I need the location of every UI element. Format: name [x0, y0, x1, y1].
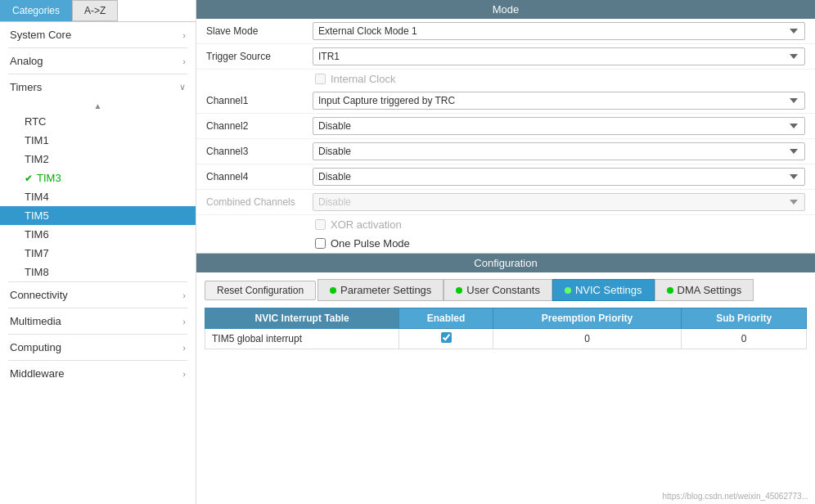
- internal-clock-checkbox[interactable]: [315, 74, 326, 84]
- channel2-select[interactable]: Disable: [313, 117, 805, 135]
- chevron-right-icon: ›: [182, 30, 186, 40]
- channel1-control: Input Capture triggered by TRC: [313, 92, 805, 110]
- sidebar-item-rtc[interactable]: RTC: [0, 112, 196, 131]
- internal-clock-label: Internal Clock: [331, 73, 395, 85]
- nvic-preemption-cell: 0: [493, 329, 682, 349]
- channel4-select[interactable]: Disable: [313, 168, 805, 186]
- sidebar-item-tim2[interactable]: TIM2: [0, 150, 196, 169]
- tab-a-z[interactable]: A->Z: [72, 0, 118, 21]
- channel1-label: Channel1: [206, 95, 313, 106]
- sidebar-item-tim8[interactable]: TIM8: [0, 263, 196, 281]
- dot-icon: [330, 287, 336, 294]
- channel4-control: Disable: [313, 168, 805, 186]
- sidebar: Categories A->Z System Core › Analog › T…: [0, 0, 196, 504]
- combined-channels-select[interactable]: Disable: [313, 193, 805, 211]
- combined-channels-label: Combined Channels: [206, 196, 313, 208]
- watermark: https://blog.csdn.net/weixin_45062773...: [663, 492, 808, 501]
- sidebar-tab-bar: Categories A->Z: [0, 0, 196, 22]
- reset-configuration-button[interactable]: Reset Configuration: [205, 281, 316, 300]
- scroll-up-arrow[interactable]: ▲: [0, 100, 196, 112]
- chevron-right-icon: ›: [182, 56, 186, 66]
- channel2-label: Channel2: [206, 120, 313, 132]
- internal-clock-row: Internal Clock: [196, 70, 815, 88]
- timers-submenu: ▲ RTC TIM1 TIM2 ✔ TIM3 TIM4 TIM5 TIM6 TI…: [0, 100, 196, 281]
- channel1-row: Channel1 Input Capture triggered by TRC: [196, 88, 815, 114]
- channel3-select[interactable]: Disable: [313, 142, 805, 160]
- chevron-right-icon: ›: [182, 317, 186, 326]
- tab-user-constants[interactable]: User Constants: [444, 279, 552, 301]
- config-section: Configuration Reset Configuration Parame…: [196, 254, 815, 504]
- slave-mode-row: Slave Mode External Clock Mode 1: [196, 19, 815, 44]
- xor-checkbox[interactable]: [315, 219, 326, 230]
- col-header-sub: Sub Priority: [682, 308, 807, 329]
- sidebar-item-tim7[interactable]: TIM7: [0, 244, 196, 263]
- config-buttons-bar: Reset Configuration Parameter Settings U…: [196, 272, 815, 308]
- sidebar-item-tim5[interactable]: TIM5: [0, 206, 196, 225]
- col-header-nvic: NVIC Interrupt Table: [205, 308, 399, 329]
- channel4-row: Channel4 Disable: [196, 164, 815, 190]
- sidebar-item-middleware[interactable]: Middleware ›: [0, 361, 196, 386]
- slave-mode-label: Slave Mode: [206, 25, 313, 37]
- channel3-control: Disable: [313, 142, 805, 160]
- config-tab-bar: Parameter Settings User Constants NVIC S…: [317, 279, 754, 301]
- mode-section: Mode Slave Mode External Clock Mode 1 Tr…: [196, 0, 815, 254]
- trigger-source-label: Trigger Source: [206, 51, 313, 62]
- channel2-control: Disable: [313, 117, 805, 135]
- dot-icon: [565, 287, 571, 294]
- tab-categories[interactable]: Categories: [0, 0, 72, 21]
- check-icon: ✔: [25, 173, 33, 184]
- chevron-right-icon: ›: [182, 290, 186, 300]
- tab-dma-settings[interactable]: DMA Settings: [655, 279, 754, 301]
- one-pulse-label: One Pulse Mode: [331, 237, 410, 250]
- sidebar-item-connectivity[interactable]: Connectivity ›: [0, 282, 196, 308]
- xor-label: XOR activation: [331, 218, 402, 231]
- dot-icon: [456, 287, 462, 294]
- nvic-interrupt-name: TIM5 global interrupt: [205, 329, 399, 349]
- channel3-label: Channel3: [206, 146, 313, 157]
- one-pulse-row: One Pulse Mode: [196, 234, 815, 253]
- trigger-source-control: ITR1: [313, 47, 805, 65]
- sidebar-item-timers[interactable]: Timers ∨: [0, 74, 196, 100]
- nvic-enabled-cell: [399, 329, 493, 349]
- chevron-right-icon: ›: [182, 369, 186, 379]
- chevron-down-icon: ∨: [179, 82, 186, 92]
- channel3-row: Channel3 Disable: [196, 139, 815, 164]
- one-pulse-checkbox[interactable]: [315, 238, 326, 249]
- sidebar-item-tim3[interactable]: ✔ TIM3: [0, 169, 196, 187]
- tab-parameter-settings[interactable]: Parameter Settings: [317, 279, 444, 301]
- nvic-sub-cell: 0: [682, 329, 807, 349]
- slave-mode-select[interactable]: External Clock Mode 1: [313, 22, 805, 40]
- col-header-enabled: Enabled: [399, 308, 493, 329]
- sidebar-item-tim1[interactable]: TIM1: [0, 131, 196, 150]
- channel4-label: Channel4: [206, 171, 313, 182]
- chevron-right-icon: ›: [182, 343, 186, 353]
- sidebar-item-computing[interactable]: Computing ›: [0, 335, 196, 360]
- mode-header: Mode: [196, 0, 815, 19]
- dot-icon: [667, 287, 673, 294]
- trigger-source-row: Trigger Source ITR1: [196, 44, 815, 70]
- combined-channels-row: Combined Channels Disable: [196, 190, 815, 215]
- sidebar-item-tim4[interactable]: TIM4: [0, 187, 196, 206]
- sidebar-item-multimedia[interactable]: Multimedia ›: [0, 308, 196, 334]
- channel1-select[interactable]: Input Capture triggered by TRC: [313, 92, 805, 110]
- slave-mode-control: External Clock Mode 1: [313, 22, 805, 40]
- trigger-source-select[interactable]: ITR1: [313, 47, 805, 65]
- combined-channels-control: Disable: [313, 193, 805, 211]
- channel2-row: Channel2 Disable: [196, 114, 815, 139]
- nvic-interrupt-table: NVIC Interrupt Table Enabled Preemption …: [205, 308, 807, 349]
- xor-row: XOR activation: [196, 215, 815, 234]
- col-header-preemption: Preemption Priority: [493, 308, 682, 329]
- sidebar-item-tim6[interactable]: TIM6: [0, 225, 196, 244]
- table-row: TIM5 global interrupt 0 0: [205, 329, 807, 349]
- config-header: Configuration: [196, 254, 815, 272]
- sidebar-item-analog[interactable]: Analog ›: [0, 48, 196, 74]
- nvic-enabled-checkbox[interactable]: [441, 332, 452, 343]
- sidebar-item-system-core[interactable]: System Core ›: [0, 22, 196, 47]
- main-content: Mode Slave Mode External Clock Mode 1 Tr…: [196, 0, 815, 504]
- table-header-row: NVIC Interrupt Table Enabled Preemption …: [205, 308, 807, 329]
- tab-nvic-settings[interactable]: NVIC Settings: [552, 279, 655, 301]
